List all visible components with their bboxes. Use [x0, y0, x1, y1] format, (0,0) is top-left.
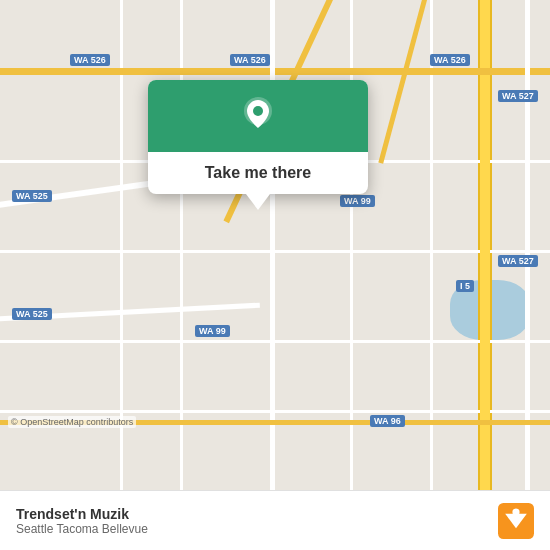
route-badge-wa525-2: WA 525	[12, 308, 52, 320]
highway-wa526	[0, 68, 550, 75]
map-attribution: © OpenStreetMap contributors	[8, 416, 136, 428]
moovit-icon	[498, 503, 534, 539]
take-me-there-button[interactable]: Take me there	[205, 164, 311, 182]
route-badge-wa526-3: WA 526	[430, 54, 470, 66]
svg-point-1	[253, 106, 263, 116]
location-title: Trendset'n Muzik	[16, 506, 498, 522]
route-badge-wa526-2: WA 526	[230, 54, 270, 66]
popup-header	[148, 80, 368, 152]
road	[0, 340, 550, 343]
location-pin-icon	[240, 96, 276, 132]
popup-tail	[246, 194, 270, 210]
moovit-logo	[498, 503, 534, 539]
bottom-text: Trendset'n Muzik Seattle Tacoma Bellevue	[16, 506, 498, 536]
road	[0, 250, 550, 253]
map[interactable]: WA 526 WA 526 WA 526 WA 525 WA 525 WA 99…	[0, 0, 550, 490]
route-badge-wa527-1: WA 527	[498, 90, 538, 102]
bottom-bar: Trendset'n Muzik Seattle Tacoma Bellevue	[0, 490, 550, 550]
route-badge-wa525-1: WA 525	[12, 190, 52, 202]
svg-point-4	[512, 508, 519, 515]
highway-wa99	[270, 0, 275, 490]
route-badge-i5: I 5	[456, 280, 474, 292]
route-badge-wa526-1: WA 526	[70, 54, 110, 66]
route-badge-wa99-1: WA 99	[340, 195, 375, 207]
location-subtitle: Seattle Tacoma Bellevue	[16, 522, 498, 536]
route-badge-wa96: WA 96	[370, 415, 405, 427]
popup-body: Take me there	[148, 152, 368, 194]
highway-wa527	[525, 0, 530, 490]
location-popup: Take me there	[148, 80, 368, 194]
route-badge-wa99-2: WA 99	[195, 325, 230, 337]
road	[0, 410, 550, 413]
route-badge-wa527-2: WA 527	[498, 255, 538, 267]
